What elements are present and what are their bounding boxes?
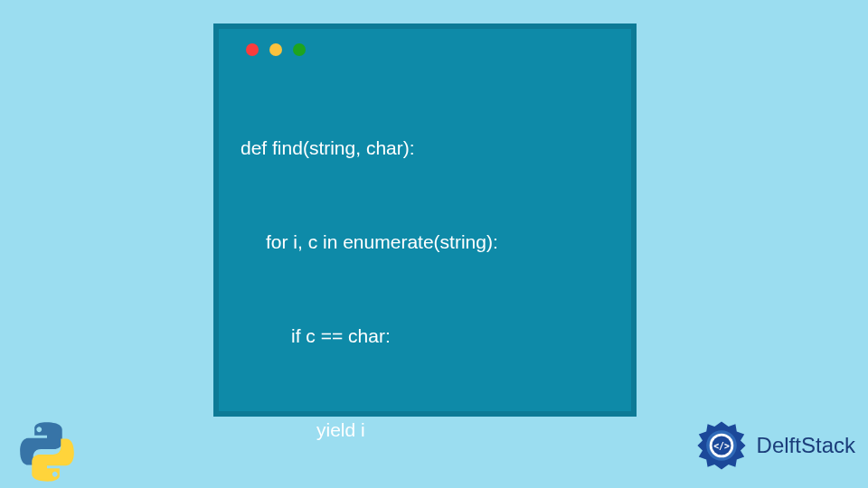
- minimize-dot-icon: [269, 43, 282, 56]
- code-line: yield i: [241, 415, 609, 446]
- code-content: def find(string, char): for i, c in enum…: [241, 72, 609, 488]
- maximize-dot-icon: [293, 43, 306, 56]
- svg-text:</>: </>: [713, 441, 730, 451]
- window-controls: [241, 43, 609, 56]
- delftstack-logo: </> DelftStack: [690, 414, 855, 477]
- python-logo-icon: [11, 416, 83, 488]
- delftstack-emblem-icon: </>: [690, 414, 753, 477]
- code-line: if c == char:: [241, 321, 609, 352]
- code-line: for i, c in enumerate(string):: [241, 227, 609, 258]
- close-dot-icon: [246, 43, 259, 56]
- brand-text: DelftStack: [757, 433, 855, 458]
- brand-name-part2: Stack: [801, 433, 855, 457]
- code-line: def find(string, char):: [241, 133, 609, 164]
- code-card: def find(string, char): for i, c in enum…: [213, 23, 637, 417]
- brand-name-part1: Delft: [757, 433, 801, 457]
